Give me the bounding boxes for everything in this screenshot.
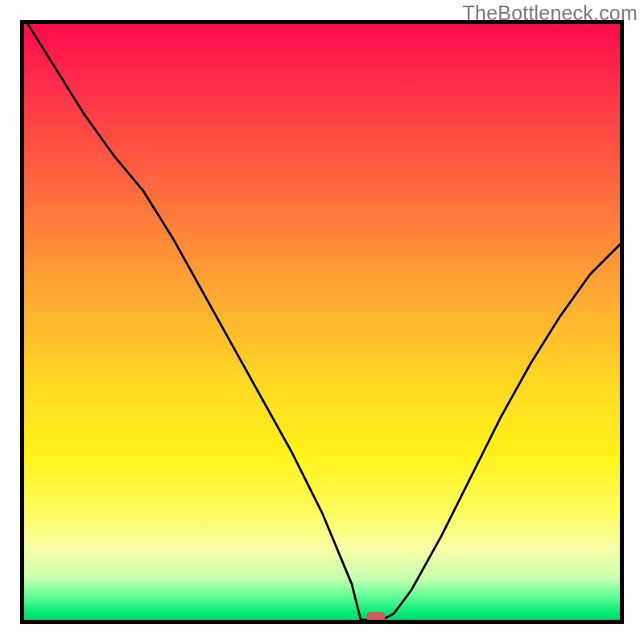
- optimal-point-marker: [366, 612, 386, 621]
- bottleneck-curve: [24, 24, 620, 620]
- curve-path: [24, 24, 620, 620]
- watermark-text: TheBottleneck.com: [463, 2, 638, 25]
- chart-plot-area: [20, 20, 624, 624]
